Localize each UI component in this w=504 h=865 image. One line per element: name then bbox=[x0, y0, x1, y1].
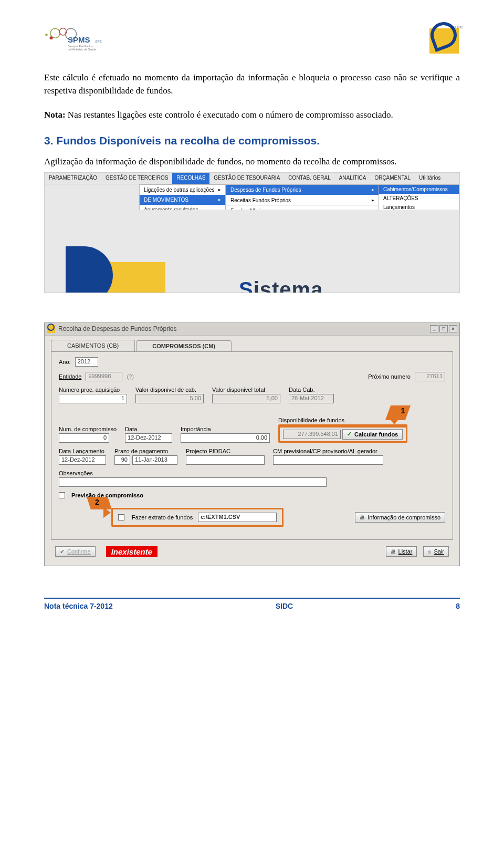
input-prazo-dias[interactable]: 90 bbox=[114, 455, 130, 465]
header-logos: SPMS ,EPE Serviços Partilhados do Minist… bbox=[44, 25, 460, 57]
label-importancia: Importância bbox=[181, 426, 270, 432]
app-icon bbox=[47, 325, 55, 333]
label-data-cab: Data Cab. bbox=[289, 387, 334, 393]
input-extrato-path[interactable]: c:\EXTM1.CSV bbox=[198, 513, 277, 522]
document-page: SPMS ,EPE Serviços Partilhados do Minist… bbox=[0, 0, 504, 631]
input-projecto-piddac[interactable] bbox=[186, 455, 265, 465]
note-paragraph: Nota: Nas restantes ligações este contro… bbox=[44, 109, 460, 122]
screenshot-menu: PARAMETRIZAÇÃO GESTÃO DE TERCEIROS RECOL… bbox=[44, 172, 460, 293]
input-data-lancamento[interactable]: 12-Dez-2012 bbox=[59, 455, 106, 465]
input-entidade: 9999998 bbox=[86, 372, 122, 381]
input-data-cab: 28-Mai-2012 bbox=[289, 394, 334, 403]
checkbox-extrato[interactable] bbox=[118, 514, 124, 520]
submenu-item-selected[interactable]: DE MOVIMENTOS bbox=[140, 195, 225, 205]
sidc-logo-text: S I D C bbox=[451, 25, 463, 29]
section-3-title: 3. Fundos Disponíveis na recolha de comp… bbox=[44, 134, 460, 147]
print-icon bbox=[360, 514, 365, 520]
input-valor-disp-cab: 5,00 bbox=[135, 394, 204, 403]
submenu-item[interactable]: ALTERAÇÕES bbox=[379, 194, 459, 203]
paragraph-2: Agilização da informação de disponibilid… bbox=[44, 156, 460, 168]
submenu-item-selected[interactable]: Despesas de Fundos Próprios bbox=[226, 185, 379, 195]
svg-text:SPMS: SPMS bbox=[68, 35, 90, 44]
label-cm-previsional: CM previsional/CP provisorio/AL gerador bbox=[273, 448, 383, 454]
callout-number-2: 2 bbox=[95, 498, 99, 506]
input-valor-disp-total: 5,00 bbox=[212, 394, 280, 403]
listar-button[interactable]: Listar bbox=[386, 546, 417, 557]
menu-item[interactable]: CONTAB. GERAL bbox=[284, 173, 334, 184]
menu-item[interactable]: ORÇAMENTAL bbox=[370, 173, 415, 184]
label-data-lancamento: Data Lançamento bbox=[59, 448, 106, 454]
footer-center: SIDC bbox=[276, 602, 293, 610]
callout-number-1: 1 bbox=[401, 407, 405, 415]
brand-text: Sistema Informaçõe bbox=[239, 278, 358, 293]
menu-item[interactable]: GESTÃO DE TERCEIROS bbox=[101, 173, 172, 184]
calcular-fundos-button[interactable]: Calcular fundos bbox=[342, 429, 403, 440]
menu-item[interactable]: Utilitários bbox=[415, 173, 445, 184]
svg-text:Serviços Partilhados: Serviços Partilhados bbox=[68, 45, 93, 48]
form-footer: Confirme Inexistente Listar Sair bbox=[55, 546, 449, 557]
close-button[interactable]: × bbox=[449, 325, 457, 332]
svg-point-4 bbox=[45, 34, 48, 36]
footer-right: 8 bbox=[456, 602, 460, 610]
label-entidade[interactable]: Entidade bbox=[59, 373, 81, 380]
footer-left: Nota técnica 7-2012 bbox=[44, 602, 113, 610]
title-bar: Recolha de Despesas de Fundos Próprios _… bbox=[45, 323, 459, 336]
label-prazo-pagamento: Prazo de pagamento bbox=[114, 448, 177, 454]
input-importancia[interactable]: 0,00 bbox=[181, 433, 270, 443]
print-icon bbox=[391, 548, 396, 555]
submenu-item[interactable]: Ligações de outras aplicações bbox=[140, 185, 225, 195]
highlight-extrato-fundos: Fazer extrato de fundos c:\EXTM1.CSV 2 bbox=[111, 508, 284, 527]
input-proximo-numero: 27611 bbox=[415, 372, 445, 381]
ok-icon bbox=[60, 548, 65, 555]
tab-cabimentos[interactable]: CABIMENTOS (CB) bbox=[51, 340, 135, 351]
input-num-proc[interactable]: 1 bbox=[59, 394, 127, 403]
menu-item-selected[interactable]: RECOLHAS bbox=[172, 173, 209, 184]
menu-item[interactable]: PARAMETRIZAÇÃO bbox=[45, 173, 101, 184]
form-panel: Ano: 2012 Entidade 9999998 (?) Próximo n… bbox=[51, 351, 453, 540]
menu-item[interactable]: ANALITICA bbox=[335, 173, 371, 184]
sidc-logo: S I D C bbox=[428, 25, 460, 57]
confirme-button[interactable]: Confirme bbox=[55, 546, 96, 557]
info-compromisso-button[interactable]: Informação de compromisso bbox=[355, 512, 445, 523]
label-num-compromisso: Num. de compromisso bbox=[59, 426, 117, 432]
paragraph-1: Este cálculo é efetuado no momento da im… bbox=[44, 71, 460, 97]
highlight-disp-fundos: 277.399.548,01 Calcular fundos 1 bbox=[278, 424, 407, 443]
checkbox-previsao[interactable] bbox=[59, 492, 65, 498]
check-icon bbox=[347, 431, 352, 437]
tab-compromissos[interactable]: COMPROMISSOS (CM) bbox=[136, 340, 232, 352]
input-prazo-data[interactable]: 11-Jan-2013 bbox=[132, 455, 177, 465]
submenu-item[interactable]: Receitas Fundos Próprios bbox=[226, 195, 379, 206]
exit-icon bbox=[428, 548, 431, 555]
sair-button[interactable]: Sair bbox=[423, 546, 449, 557]
input-num-compromisso[interactable]: 0 bbox=[59, 433, 109, 443]
maximize-button[interactable]: □ bbox=[439, 325, 448, 332]
svg-point-3 bbox=[50, 36, 53, 39]
window-title: Recolha de Despesas de Fundos Próprios bbox=[58, 325, 429, 332]
submenu-item-selected[interactable]: Cabimentos/Compromissos bbox=[379, 185, 459, 194]
label-ano: Ano: bbox=[59, 359, 71, 365]
status-inexistente: Inexistente bbox=[106, 546, 158, 557]
tab-bar: CABIMENTOS (CB) COMPROMISSOS (CM) bbox=[51, 340, 453, 351]
label-valor-disp-cab: Valor disponivel de cab. bbox=[135, 387, 204, 393]
label-proximo-numero: Próximo numero bbox=[368, 373, 411, 380]
label-fazer-extrato: Fazer extrato de fundos bbox=[132, 514, 193, 520]
input-ano[interactable]: 2012 bbox=[75, 357, 98, 367]
svg-text:do Ministério da Saúde: do Ministério da Saúde bbox=[68, 48, 96, 51]
input-disp-fundos: 277.399.548,01 bbox=[283, 430, 341, 439]
brand-shape-icon bbox=[81, 262, 165, 293]
input-cm-previsional[interactable] bbox=[273, 455, 383, 465]
note-label: Nota: bbox=[44, 110, 66, 120]
label-num-proc: Numero proc. aquisição bbox=[59, 387, 127, 393]
input-observacoes[interactable] bbox=[59, 477, 327, 487]
entidade-hint: (?) bbox=[127, 373, 133, 380]
menu-item[interactable]: GESTÃO DE TESOURARIA bbox=[209, 173, 284, 184]
input-data[interactable]: 12-Dez-2012 bbox=[125, 433, 172, 443]
page-footer: Nota técnica 7-2012 SIDC 8 bbox=[44, 598, 460, 610]
screenshot-form: Recolha de Despesas de Fundos Próprios _… bbox=[44, 322, 460, 566]
spms-logo: SPMS ,EPE Serviços Partilhados do Minist… bbox=[44, 25, 123, 57]
label-data: Data bbox=[125, 426, 172, 432]
minimize-button[interactable]: _ bbox=[430, 325, 438, 332]
label-valor-disp-total: Valor disponivel total bbox=[212, 387, 280, 393]
callout-arrow-1: 1 bbox=[386, 405, 410, 429]
menu-bar: PARAMETRIZAÇÃO GESTÃO DE TERCEIROS RECOL… bbox=[45, 173, 459, 184]
